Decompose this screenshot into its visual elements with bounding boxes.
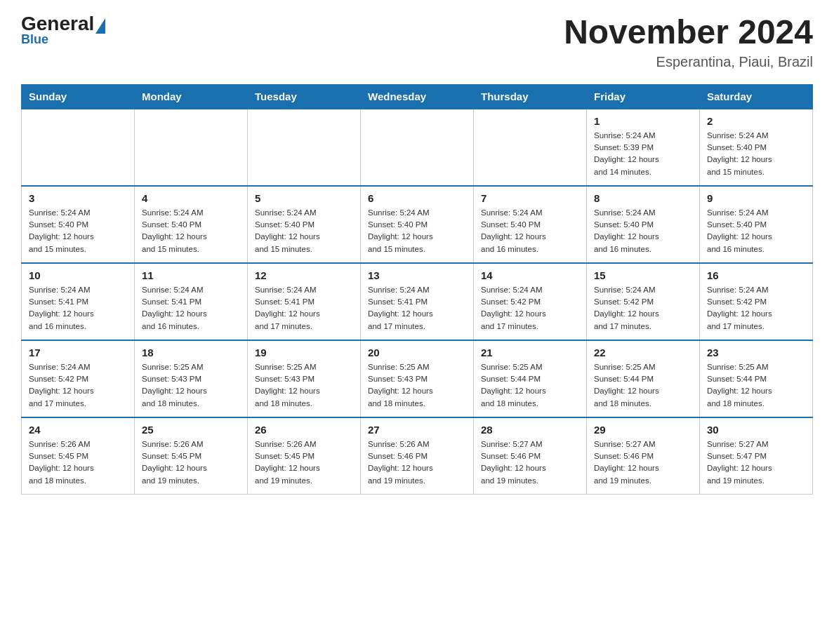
calendar-week-row: 17Sunrise: 5:24 AMSunset: 5:42 PMDayligh…	[22, 340, 813, 417]
weekday-header-friday: Friday	[587, 84, 700, 109]
day-number: 19	[255, 347, 353, 358]
day-info: Sunrise: 5:24 AMSunset: 5:42 PMDaylight:…	[707, 284, 805, 333]
calendar-day-cell: 24Sunrise: 5:26 AMSunset: 5:45 PMDayligh…	[22, 417, 135, 495]
day-number: 6	[368, 192, 466, 204]
title-area: November 2024 Esperantina, Piaui, Brazil	[564, 14, 813, 70]
logo-triangle-icon	[95, 18, 105, 34]
day-number: 15	[594, 269, 692, 281]
calendar-week-row: 3Sunrise: 5:24 AMSunset: 5:40 PMDaylight…	[22, 186, 813, 263]
day-info: Sunrise: 5:27 AMSunset: 5:47 PMDaylight:…	[707, 438, 805, 487]
day-number: 27	[368, 424, 466, 436]
calendar-day-cell: 23Sunrise: 5:25 AMSunset: 5:44 PMDayligh…	[700, 340, 813, 417]
day-info: Sunrise: 5:25 AMSunset: 5:43 PMDaylight:…	[255, 361, 353, 410]
day-info: Sunrise: 5:27 AMSunset: 5:46 PMDaylight:…	[594, 438, 692, 487]
day-number: 14	[481, 269, 579, 281]
day-info: Sunrise: 5:25 AMSunset: 5:44 PMDaylight:…	[594, 361, 692, 410]
day-number: 13	[368, 269, 466, 281]
weekday-header-wednesday: Wednesday	[361, 84, 474, 109]
calendar-day-cell: 7Sunrise: 5:24 AMSunset: 5:40 PMDaylight…	[474, 186, 587, 263]
weekday-header-tuesday: Tuesday	[248, 84, 361, 109]
day-info: Sunrise: 5:24 AMSunset: 5:40 PMDaylight:…	[29, 207, 127, 255]
day-number: 22	[594, 347, 692, 358]
calendar-day-cell: 8Sunrise: 5:24 AMSunset: 5:40 PMDaylight…	[587, 186, 700, 263]
day-info: Sunrise: 5:24 AMSunset: 5:39 PMDaylight:…	[594, 130, 692, 178]
day-info: Sunrise: 5:25 AMSunset: 5:43 PMDaylight:…	[368, 361, 466, 410]
month-year-title: November 2024	[564, 14, 813, 51]
calendar-day-cell: 13Sunrise: 5:24 AMSunset: 5:41 PMDayligh…	[361, 263, 474, 340]
calendar-week-row: 24Sunrise: 5:26 AMSunset: 5:45 PMDayligh…	[22, 417, 813, 495]
day-number: 10	[29, 269, 127, 281]
day-number: 16	[707, 269, 805, 281]
day-number: 30	[707, 424, 805, 436]
day-number: 23	[707, 347, 805, 358]
logo: General Blue	[21, 14, 105, 47]
calendar-day-cell: 20Sunrise: 5:25 AMSunset: 5:43 PMDayligh…	[361, 340, 474, 417]
calendar-day-cell	[474, 109, 587, 186]
day-info: Sunrise: 5:25 AMSunset: 5:44 PMDaylight:…	[707, 361, 805, 410]
day-number: 21	[481, 347, 579, 358]
day-info: Sunrise: 5:24 AMSunset: 5:42 PMDaylight:…	[594, 284, 692, 333]
logo-general-text: General	[21, 14, 94, 34]
calendar-header-row: SundayMondayTuesdayWednesdayThursdayFrid…	[22, 84, 813, 109]
day-number: 2	[707, 115, 805, 127]
calendar-day-cell: 5Sunrise: 5:24 AMSunset: 5:40 PMDaylight…	[248, 186, 361, 263]
day-info: Sunrise: 5:24 AMSunset: 5:40 PMDaylight:…	[481, 207, 579, 255]
day-number: 26	[255, 424, 353, 436]
calendar-day-cell: 29Sunrise: 5:27 AMSunset: 5:46 PMDayligh…	[587, 417, 700, 495]
weekday-header-saturday: Saturday	[700, 84, 813, 109]
day-number: 9	[707, 192, 805, 204]
calendar-day-cell	[361, 109, 474, 186]
day-number: 7	[481, 192, 579, 204]
day-number: 5	[255, 192, 353, 204]
day-info: Sunrise: 5:24 AMSunset: 5:42 PMDaylight:…	[29, 361, 127, 410]
calendar-day-cell: 26Sunrise: 5:26 AMSunset: 5:45 PMDayligh…	[248, 417, 361, 495]
calendar-day-cell	[248, 109, 361, 186]
calendar-day-cell: 1Sunrise: 5:24 AMSunset: 5:39 PMDaylight…	[587, 109, 700, 186]
day-info: Sunrise: 5:24 AMSunset: 5:40 PMDaylight:…	[142, 207, 240, 255]
calendar-week-row: 1Sunrise: 5:24 AMSunset: 5:39 PMDaylight…	[22, 109, 813, 186]
calendar-day-cell: 30Sunrise: 5:27 AMSunset: 5:47 PMDayligh…	[700, 417, 813, 495]
day-info: Sunrise: 5:26 AMSunset: 5:46 PMDaylight:…	[368, 438, 466, 487]
calendar-day-cell	[135, 109, 248, 186]
day-number: 4	[142, 192, 240, 204]
day-info: Sunrise: 5:24 AMSunset: 5:40 PMDaylight:…	[707, 130, 805, 178]
calendar-day-cell: 2Sunrise: 5:24 AMSunset: 5:40 PMDaylight…	[700, 109, 813, 186]
day-number: 29	[594, 424, 692, 436]
weekday-header-thursday: Thursday	[474, 84, 587, 109]
day-number: 12	[255, 269, 353, 281]
calendar-day-cell: 9Sunrise: 5:24 AMSunset: 5:40 PMDaylight…	[700, 186, 813, 263]
day-number: 1	[594, 115, 692, 127]
day-number: 20	[368, 347, 466, 358]
day-info: Sunrise: 5:26 AMSunset: 5:45 PMDaylight:…	[142, 438, 240, 487]
calendar-day-cell: 27Sunrise: 5:26 AMSunset: 5:46 PMDayligh…	[361, 417, 474, 495]
weekday-header-sunday: Sunday	[22, 84, 135, 109]
calendar-day-cell	[22, 109, 135, 186]
day-number: 17	[29, 347, 127, 358]
calendar-week-row: 10Sunrise: 5:24 AMSunset: 5:41 PMDayligh…	[22, 263, 813, 340]
calendar-day-cell: 18Sunrise: 5:25 AMSunset: 5:43 PMDayligh…	[135, 340, 248, 417]
calendar-day-cell: 19Sunrise: 5:25 AMSunset: 5:43 PMDayligh…	[248, 340, 361, 417]
calendar-day-cell: 16Sunrise: 5:24 AMSunset: 5:42 PMDayligh…	[700, 263, 813, 340]
day-info: Sunrise: 5:24 AMSunset: 5:42 PMDaylight:…	[481, 284, 579, 333]
day-info: Sunrise: 5:24 AMSunset: 5:40 PMDaylight:…	[594, 207, 692, 255]
day-number: 18	[142, 347, 240, 358]
calendar-day-cell: 10Sunrise: 5:24 AMSunset: 5:41 PMDayligh…	[22, 263, 135, 340]
day-info: Sunrise: 5:24 AMSunset: 5:41 PMDaylight:…	[142, 284, 240, 333]
logo-blue-text: Blue	[21, 32, 105, 47]
day-info: Sunrise: 5:25 AMSunset: 5:44 PMDaylight:…	[481, 361, 579, 410]
calendar-day-cell: 17Sunrise: 5:24 AMSunset: 5:42 PMDayligh…	[22, 340, 135, 417]
day-info: Sunrise: 5:24 AMSunset: 5:40 PMDaylight:…	[368, 207, 466, 255]
day-number: 11	[142, 269, 240, 281]
day-info: Sunrise: 5:24 AMSunset: 5:40 PMDaylight:…	[707, 207, 805, 255]
calendar-day-cell: 6Sunrise: 5:24 AMSunset: 5:40 PMDaylight…	[361, 186, 474, 263]
day-info: Sunrise: 5:25 AMSunset: 5:43 PMDaylight:…	[142, 361, 240, 410]
calendar-day-cell: 12Sunrise: 5:24 AMSunset: 5:41 PMDayligh…	[248, 263, 361, 340]
weekday-header-monday: Monday	[135, 84, 248, 109]
day-info: Sunrise: 5:24 AMSunset: 5:41 PMDaylight:…	[255, 284, 353, 333]
calendar-day-cell: 21Sunrise: 5:25 AMSunset: 5:44 PMDayligh…	[474, 340, 587, 417]
page-header: General Blue November 2024 Esperantina, …	[21, 14, 813, 70]
location-subtitle: Esperantina, Piaui, Brazil	[564, 54, 813, 70]
day-info: Sunrise: 5:26 AMSunset: 5:45 PMDaylight:…	[29, 438, 127, 487]
calendar-day-cell: 25Sunrise: 5:26 AMSunset: 5:45 PMDayligh…	[135, 417, 248, 495]
calendar-day-cell: 22Sunrise: 5:25 AMSunset: 5:44 PMDayligh…	[587, 340, 700, 417]
